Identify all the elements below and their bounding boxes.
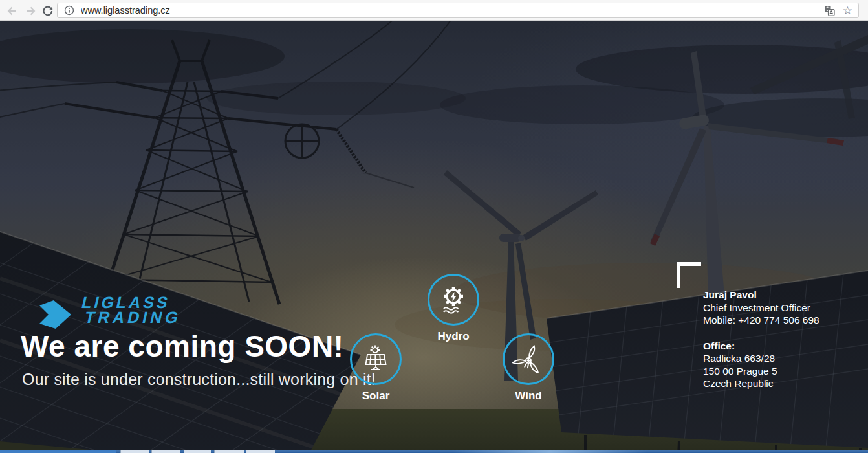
browser-menu-icon[interactable]: ⋮ — [863, 3, 868, 18]
taskbar[interactable] — [0, 450, 868, 453]
contact-office-label: Office: — [703, 340, 819, 353]
service-solar: Solar — [350, 333, 402, 403]
reload-icon[interactable] — [40, 3, 56, 19]
forward-icon[interactable] — [23, 3, 39, 19]
contact-name: Juraj Pavol — [703, 289, 819, 302]
contact-address-line3: Czech Republic — [703, 377, 819, 390]
service-label-wind: Wind — [503, 390, 554, 403]
taskbar-button[interactable] — [151, 450, 180, 453]
logo-arrow-icon — [38, 299, 72, 331]
back-icon[interactable] — [4, 3, 19, 19]
contact-address-line2: 150 00 Prague 5 — [703, 365, 819, 378]
page-title: We are coming SOON! — [21, 329, 343, 363]
bookmark-star-icon[interactable]: ☆ — [843, 5, 852, 16]
page-info-icon[interactable] — [63, 5, 75, 16]
logo-line2: TRADING — [83, 310, 183, 325]
wind-turbine-icon — [511, 342, 546, 377]
solar-circle — [350, 333, 402, 385]
browser-toolbar: www.liglasstrading.cz ☆ ⋮ — [0, 0, 868, 21]
address-bar[interactable]: www.liglasstrading.cz ☆ — [57, 3, 859, 18]
corner-bracket-decoration — [677, 262, 701, 288]
taskbar-button[interactable] — [214, 450, 244, 453]
contact-mobile: Mobile: +420 774 506 698 — [703, 314, 819, 327]
translate-icon[interactable] — [824, 5, 835, 16]
taskbar-button[interactable] — [120, 450, 149, 453]
service-label-hydro: Hydro — [428, 330, 479, 343]
contact-title: Chief Investment Officer — [703, 302, 819, 315]
site-logo: LIGLASS TRADING — [38, 295, 183, 331]
logo-text: LIGLASS TRADING — [77, 295, 187, 325]
screen: www.liglasstrading.cz ☆ ⋮ — [0, 0, 868, 453]
solar-panel-icon — [359, 342, 393, 376]
hydro-turbine-icon — [437, 283, 470, 316]
page-subtitle: Our site is under construction...still w… — [22, 370, 376, 389]
contact-block: Juraj Pavol Chief Investment Officer Mob… — [703, 289, 819, 390]
taskbar-start-segment[interactable] — [0, 450, 116, 453]
wind-circle — [503, 333, 554, 385]
taskbar-highlight — [453, 450, 647, 453]
service-hydro: Hydro — [428, 274, 479, 343]
contact-address-line1: Radlicka 663/28 — [703, 352, 819, 365]
taskbar-button[interactable] — [246, 450, 275, 453]
service-wind: Wind — [503, 333, 554, 403]
url-text[interactable]: www.liglasstrading.cz — [81, 5, 824, 16]
taskbar-button[interactable] — [184, 450, 211, 453]
service-label-solar: Solar — [350, 390, 402, 403]
hydro-circle — [428, 274, 479, 326]
webpage: LIGLASS TRADING We are coming SOON! Our … — [0, 21, 868, 453]
